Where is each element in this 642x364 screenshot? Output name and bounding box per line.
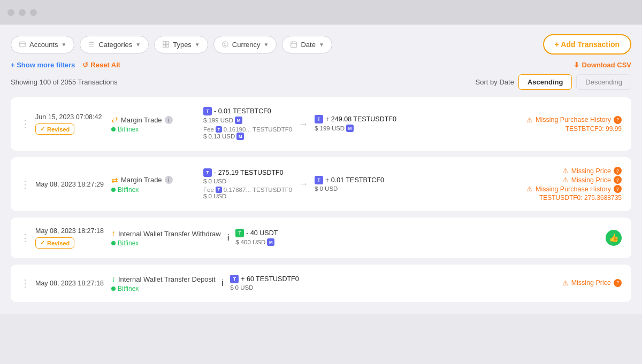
from-usd-line: $ 400 USD M xyxy=(235,238,274,246)
date-filter-label: Date xyxy=(301,41,315,49)
type-info-icon[interactable]: i xyxy=(165,116,173,124)
tx-to: T + 249.08 TESTUSDTF0 $ 199 USD M xyxy=(315,115,400,133)
titlebar xyxy=(0,0,642,25)
tx-status-col: ⚠ Missing Purchase History ? TESTBTCF0: … xyxy=(504,116,622,133)
svg-rect-7 xyxy=(291,42,297,48)
categories-chevron: ▼ xyxy=(135,42,141,48)
table-row: ⋮ May 08, 2023 18:27:29 ⇄ Margin Trade i… xyxy=(11,157,631,211)
margin-trade-icon: ⇄ xyxy=(111,115,118,125)
tx-date: Jun 15, 2023 07:08:42 xyxy=(35,113,105,121)
status-label: Missing Price xyxy=(571,279,611,286)
to-dollar-sign: $ xyxy=(315,125,318,131)
from-amount: - 0.01 TESTBTCF0 xyxy=(214,107,271,115)
tx-date-col: May 08, 2023 18:27:18 ✓ Revised xyxy=(35,227,105,249)
row-menu-btn[interactable]: ⋮ xyxy=(20,277,29,289)
tx-type-name: ⇄ Margin Trade i xyxy=(111,175,197,185)
withdraw-icon: ↑ xyxy=(111,229,116,238)
titlebar-dot-green xyxy=(30,9,37,16)
tx-amounts-col: T - 275.19 TESTUSDTF0 $ 0 USD Fee T 0.17… xyxy=(203,168,498,200)
to-amount: + 249.08 TESTUSDTF0 xyxy=(325,115,396,123)
status-value: TESTBTCF0: 99.99 xyxy=(504,125,622,133)
tx-from: T - 40 USDT $ 400 USD M xyxy=(235,229,321,247)
download-icon: ⬇ xyxy=(574,61,579,69)
help-icon[interactable]: ? xyxy=(614,116,622,124)
svg-rect-2 xyxy=(163,42,166,44)
exchange-dot xyxy=(111,188,116,192)
fee-line: Fee T 0.17887... TESTUSDTF0 xyxy=(203,187,292,193)
add-transaction-button[interactable]: + Add Transaction xyxy=(543,34,631,55)
help-icon[interactable]: ? xyxy=(614,167,622,175)
help-icon[interactable]: ? xyxy=(614,185,622,193)
date-icon xyxy=(290,41,297,48)
from-usd-value: 199 USD xyxy=(208,117,233,123)
warning-triangle-icon: ⚠ xyxy=(526,185,533,193)
tx-type-col: ↓ Internal Wallet Transfer Deposit Bitfi… xyxy=(111,274,216,292)
status-value: TESTUSDTF0: 275.3688735 xyxy=(504,194,622,202)
row-menu-btn[interactable]: ⋮ xyxy=(20,232,29,244)
accounts-icon xyxy=(19,41,26,48)
sort-label: Sort by Date xyxy=(476,78,514,86)
tx-from: T - 0.01 TESTBTCF0 $ 199 USD M Fee T 0.1… xyxy=(203,107,292,141)
tx-exchange: Bitfinex xyxy=(111,239,221,247)
from-amount: + 60 TESTUSDTF0 xyxy=(241,275,299,283)
tx-date-col: Jun 15, 2023 07:08:42 ✓ Revised xyxy=(35,113,105,135)
sort-ascending-btn[interactable]: Ascending xyxy=(518,74,572,90)
help-icon[interactable]: ? xyxy=(614,176,622,184)
reset-all-link[interactable]: ↺ Reset All xyxy=(82,61,120,69)
svg-rect-4 xyxy=(163,45,166,48)
categories-filter-label: Categories xyxy=(98,41,132,49)
check-icon: ✓ xyxy=(40,126,45,133)
type-info-icon[interactable]: i xyxy=(227,233,230,243)
row-menu-btn[interactable]: ⋮ xyxy=(20,118,29,130)
fee-badge: T xyxy=(216,126,222,133)
to-dollar-sign: $ xyxy=(315,185,318,192)
tx-type-label: Margin Trade xyxy=(121,176,162,184)
dollar-sign: $ xyxy=(230,284,233,291)
type-info-icon[interactable]: i xyxy=(165,176,173,184)
svg-rect-3 xyxy=(166,42,169,44)
tx-type-name: ↑ Internal Wallet Transfer Withdraw xyxy=(111,229,221,238)
to-usd-value: 199 USD xyxy=(320,125,345,131)
table-row: ⋮ May 08, 2023 18:27:18 ✓ Revised ↑ Inte… xyxy=(11,218,631,258)
currency-filter-btn[interactable]: Currency ▼ xyxy=(213,36,277,53)
fee-badge: T xyxy=(216,187,222,193)
tx-exchange: Bitfinex xyxy=(111,186,197,193)
svg-point-6 xyxy=(223,42,228,48)
fee-label: Fee xyxy=(203,187,214,193)
tx-date-col: May 08, 2023 18:27:18 xyxy=(35,280,105,287)
to-amount-line: T + 0.01 TESTBTCF0 xyxy=(315,176,384,184)
from-currency-badge: T xyxy=(203,168,212,177)
from-amount: - 40 USDT xyxy=(246,229,278,237)
exchange-name: Bitfinex xyxy=(118,186,139,193)
categories-filter-btn[interactable]: Categories ▼ xyxy=(80,36,149,53)
tx-to: T + 0.01 TESTBTCF0 $ 0 USD xyxy=(315,176,400,193)
help-icon[interactable]: ? xyxy=(614,279,622,287)
types-filter-label: Types xyxy=(173,41,192,49)
type-info-col: i xyxy=(222,278,224,288)
from-usd-value: 400 USD xyxy=(241,239,266,245)
tx-exchange: Bitfinex xyxy=(111,126,197,133)
row-menu-btn[interactable]: ⋮ xyxy=(20,179,29,190)
sort-controls: Sort by Date Ascending Descending xyxy=(476,74,631,90)
warning-triangle-icon: ⚠ xyxy=(562,279,569,287)
download-csv-link[interactable]: ⬇ Download CSV xyxy=(574,61,631,69)
accounts-chevron: ▼ xyxy=(61,42,66,48)
types-filter-btn[interactable]: Types ▼ xyxy=(154,36,208,53)
status-warning: ⚠ Missing Purchase History ? xyxy=(504,116,622,124)
fee-usd-line: $ 0.13 USD M xyxy=(203,133,244,140)
sort-descending-btn[interactable]: Descending xyxy=(576,74,631,90)
exchange-dot xyxy=(111,286,116,291)
status-label: Missing Purchase History xyxy=(536,185,611,193)
show-more-filters-link[interactable]: + Show more filters xyxy=(11,61,75,69)
revised-badge: ✓ Revised xyxy=(35,123,74,135)
reset-all-label: Reset All xyxy=(90,61,120,69)
to-usd-value: 0 USD xyxy=(320,185,338,192)
dollar-sign: $ xyxy=(203,178,207,184)
status-label: Missing Purchase History xyxy=(536,116,611,123)
accounts-filter-btn[interactable]: Accounts ▼ xyxy=(11,36,74,53)
date-filter-btn[interactable]: Date ▼ xyxy=(282,36,332,53)
accounts-filter-label: Accounts xyxy=(29,41,58,49)
type-info-icon[interactable]: i xyxy=(222,278,224,288)
status-warning-1: ⚠ Missing Price ? xyxy=(504,167,622,175)
reset-icon: ↺ xyxy=(82,61,88,69)
